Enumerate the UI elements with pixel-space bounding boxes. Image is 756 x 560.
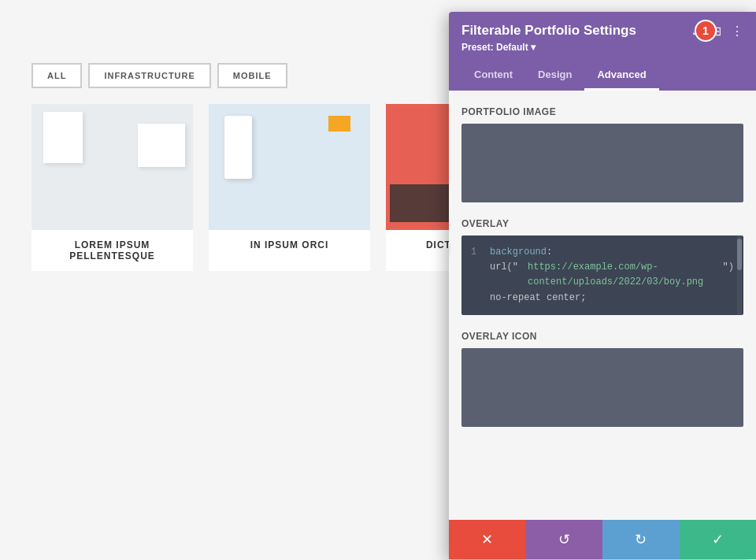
filter-all[interactable]: ALL — [32, 63, 82, 88]
panel-tabs: Content Design Advanced — [461, 61, 743, 91]
save-icon: ✓ — [712, 531, 724, 548]
code-url-value: https://example.com/wp-content/uploads/2… — [528, 260, 713, 290]
scrollbar — [737, 235, 742, 315]
redo-icon: ↻ — [635, 531, 647, 548]
portfolio-thumb-1 — [32, 104, 193, 230]
portfolio-item-2[interactable]: IN IPSUM ORCI — [209, 104, 370, 271]
panel-body: Portfolio Image 2 Overlay 1 background: … — [449, 91, 756, 520]
portfolio-image-section: Portfolio Image — [461, 106, 743, 202]
panel-footer: ✕ ↺ ↻ ✓ — [449, 520, 756, 559]
more-icon[interactable]: ⋮ — [731, 24, 743, 39]
undo-icon: ↺ — [558, 531, 570, 548]
overlay-icon-placeholder — [461, 348, 743, 427]
portfolio-caption-2: IN IPSUM ORCI — [209, 230, 370, 260]
overlay-label: Overlay — [461, 218, 743, 229]
portfolio-thumb-2 — [209, 104, 370, 230]
overlay-icon-section: Overlay Icon — [461, 331, 743, 427]
overlay-section: 2 Overlay 1 background: url("https://exa… — [461, 218, 743, 315]
save-button[interactable]: ✓ — [680, 520, 757, 559]
overlay-code-editor[interactable]: 1 background: url("https://example.com/w… — [461, 235, 743, 315]
tab-content[interactable]: Content — [461, 61, 525, 91]
line-number: 1 — [471, 245, 480, 260]
redo-button[interactable]: ↻ — [602, 520, 680, 559]
filter-infrastructure[interactable]: INFRASTRUCTURE — [88, 63, 210, 88]
portfolio-item-1[interactable]: LOREM IPSUM PELLENTESQUE — [32, 104, 193, 271]
portfolio-image-placeholder — [461, 124, 743, 202]
tab-design[interactable]: Design — [525, 61, 584, 91]
undo-button[interactable]: ↺ — [526, 520, 603, 559]
code-url-func: url(" — [490, 260, 518, 290]
panel-title: Filterable Portfolio Settings — [461, 23, 636, 39]
settings-panel: Filterable Portfolio Settings ⤢ ⊞ ⋮ 1 Pr… — [449, 12, 756, 559]
portfolio-caption-1: LOREM IPSUM PELLENTESQUE — [32, 230, 193, 271]
panel-preset: Preset: Default ▾ — [461, 42, 743, 53]
tab-advanced[interactable]: Advanced — [584, 61, 658, 91]
filter-mobile[interactable]: MOBILE — [217, 63, 287, 88]
badge-1: 1 — [695, 20, 717, 42]
overlay-icon-label: Overlay Icon — [461, 331, 743, 342]
portfolio-image-label: Portfolio Image — [461, 106, 743, 117]
code-property: background — [490, 247, 547, 258]
code-extra: no-repeat center; — [490, 291, 586, 306]
panel-header: Filterable Portfolio Settings ⤢ ⊞ ⋮ 1 Pr… — [449, 12, 756, 91]
cancel-button[interactable]: ✕ — [449, 520, 526, 559]
cancel-icon: ✕ — [481, 531, 493, 548]
